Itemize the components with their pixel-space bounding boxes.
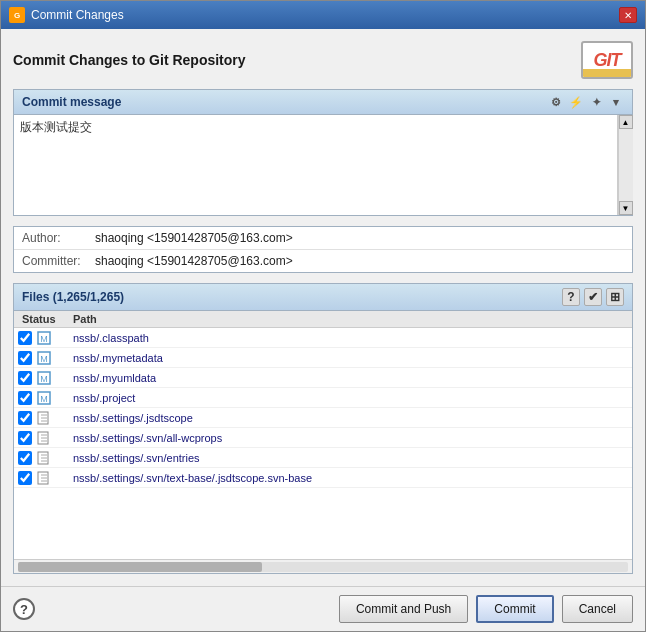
file-checkbox[interactable] (18, 431, 32, 445)
table-row: Mnssb/.project (14, 388, 632, 408)
committer-label: Committer: (22, 254, 87, 268)
title-bar-left: G Commit Changes (9, 7, 124, 23)
commit-message-scrollbar[interactable]: ▲ ▼ (618, 115, 632, 215)
file-checkbox[interactable] (18, 351, 32, 365)
files-column-header: Status Path (14, 311, 632, 328)
scroll-up[interactable]: ▲ (619, 115, 633, 129)
horizontal-scrollbar[interactable] (14, 559, 632, 573)
file-checkbox[interactable] (18, 331, 32, 345)
h-scroll-track (18, 562, 628, 572)
file-type-icon: M (36, 350, 52, 366)
dialog-header: Commit Changes to Git Repository GIT (13, 41, 633, 79)
committer-row: Committer: shaoqing <15901428705@163.com… (14, 250, 632, 272)
file-path-cell: nssb/.settings/.svn/entries (73, 452, 628, 464)
title-bar-controls: ✕ (619, 7, 637, 23)
file-type-icon: M (36, 370, 52, 386)
commit-and-push-button[interactable]: Commit and Push (339, 595, 468, 623)
h-scroll-thumb (18, 562, 262, 572)
dropdown-icon[interactable]: ▾ (608, 94, 624, 110)
svg-text:M: M (40, 374, 48, 384)
files-list[interactable]: Mnssb/.classpathMnssb/.mymetadataMnssb/.… (14, 328, 632, 559)
file-checkbox[interactable] (18, 411, 32, 425)
file-status-cell (18, 410, 73, 426)
file-status-cell: M (18, 370, 73, 386)
file-type-icon: M (36, 330, 52, 346)
section-header-icons: ⚙ ⚡ ✦ ▾ (548, 94, 624, 110)
author-row: Author: shaoqing <15901428705@163.com> (14, 227, 632, 250)
file-checkbox[interactable] (18, 371, 32, 385)
files-grid-icon[interactable]: ⊞ (606, 288, 624, 306)
commit-message-label: Commit message (22, 95, 121, 109)
file-path-cell: nssb/.settings/.svn/all-wcprops (73, 432, 628, 444)
file-type-icon (36, 450, 52, 466)
files-section: Files (1,265/1,265) ? ✔ ⊞ Status Path Mn… (13, 283, 633, 574)
svg-text:M: M (40, 334, 48, 344)
help-button[interactable]: ? (13, 598, 35, 620)
file-status-cell (18, 450, 73, 466)
footer-left: ? (13, 598, 35, 620)
footer-buttons: Commit and Push Commit Cancel (339, 595, 633, 623)
svg-text:M: M (40, 394, 48, 404)
file-status-cell: M (18, 390, 73, 406)
files-header-icons: ? ✔ ⊞ (562, 288, 624, 306)
commit-message-header: Commit message ⚙ ⚡ ✦ ▾ (14, 90, 632, 115)
close-button[interactable]: ✕ (619, 7, 637, 23)
commit-message-area: ▲ ▼ (14, 115, 632, 215)
files-help-icon[interactable]: ? (562, 288, 580, 306)
table-row: nssb/.settings/.jsdtscope (14, 408, 632, 428)
file-checkbox[interactable] (18, 471, 32, 485)
file-type-icon (36, 430, 52, 446)
files-check-icon[interactable]: ✔ (584, 288, 602, 306)
file-path-cell: nssb/.project (73, 392, 628, 404)
author-committer-section: Author: shaoqing <15901428705@163.com> C… (13, 226, 633, 273)
git-logo: GIT (581, 41, 633, 79)
author-value: shaoqing <15901428705@163.com> (95, 231, 293, 245)
table-row: Mnssb/.classpath (14, 328, 632, 348)
col-status-header: Status (18, 313, 73, 325)
file-status-cell: M (18, 330, 73, 346)
dialog-title: Commit Changes to Git Repository (13, 52, 246, 68)
table-row: nssb/.settings/.svn/all-wcprops (14, 428, 632, 448)
filter-icon[interactable]: ⚡ (568, 94, 584, 110)
file-type-icon: M (36, 390, 52, 406)
table-row: nssb/.settings/.svn/entries (14, 448, 632, 468)
cancel-button[interactable]: Cancel (562, 595, 633, 623)
file-status-cell (18, 470, 73, 486)
main-window: G Commit Changes ✕ Commit Changes to Git… (0, 0, 646, 632)
title-bar: G Commit Changes ✕ (1, 1, 645, 29)
file-checkbox[interactable] (18, 451, 32, 465)
file-path-cell: nssb/.settings/.jsdtscope (73, 412, 628, 424)
scroll-down[interactable]: ▼ (619, 201, 633, 215)
file-type-icon (36, 470, 52, 486)
file-status-cell (18, 430, 73, 446)
svg-text:G: G (14, 11, 20, 20)
commit-message-input[interactable] (14, 115, 618, 215)
file-path-cell: nssb/.classpath (73, 332, 628, 344)
file-checkbox[interactable] (18, 391, 32, 405)
window-title: Commit Changes (31, 8, 124, 22)
git-logo-text: GIT (594, 50, 621, 71)
git-logo-bar (583, 69, 631, 77)
commit-message-section: Commit message ⚙ ⚡ ✦ ▾ ▲ ▼ (13, 89, 633, 216)
dialog-content: Commit Changes to Git Repository GIT Com… (1, 29, 645, 586)
format-icon[interactable]: ⚙ (548, 94, 564, 110)
committer-value: shaoqing <15901428705@163.com> (95, 254, 293, 268)
file-status-cell: M (18, 350, 73, 366)
table-row: Mnssb/.myumldata (14, 368, 632, 388)
file-path-cell: nssb/.myumldata (73, 372, 628, 384)
files-header: Files (1,265/1,265) ? ✔ ⊞ (14, 284, 632, 311)
author-label: Author: (22, 231, 87, 245)
window-icon: G (9, 7, 25, 23)
scroll-track (619, 129, 633, 201)
table-row: nssb/.settings/.svn/text-base/.jsdtscope… (14, 468, 632, 488)
svg-text:M: M (40, 354, 48, 364)
table-row: Mnssb/.mymetadata (14, 348, 632, 368)
file-type-icon (36, 410, 52, 426)
commit-button[interactable]: Commit (476, 595, 553, 623)
settings-icon[interactable]: ✦ (588, 94, 604, 110)
files-table-wrap: Status Path Mnssb/.classpathMnssb/.mymet… (14, 311, 632, 573)
file-path-cell: nssb/.mymetadata (73, 352, 628, 364)
files-label: Files (1,265/1,265) (22, 290, 124, 304)
col-path-header: Path (73, 313, 628, 325)
file-path-cell: nssb/.settings/.svn/text-base/.jsdtscope… (73, 472, 628, 484)
